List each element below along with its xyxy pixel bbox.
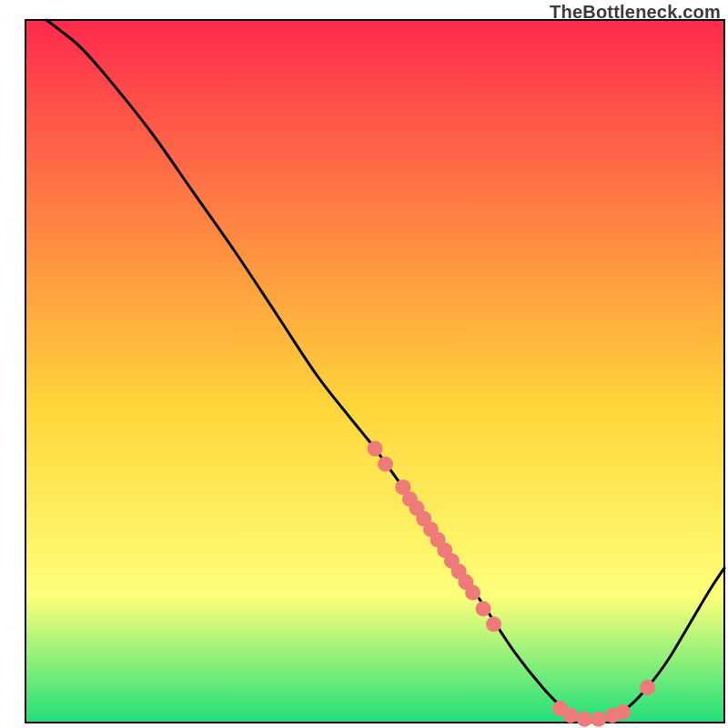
chart-background	[25, 20, 724, 723]
data-point	[577, 712, 592, 727]
data-point	[591, 712, 606, 727]
watermark-text: TheBottleneck.com	[550, 2, 721, 23]
data-point	[615, 704, 631, 720]
data-point	[378, 456, 393, 471]
data-point	[465, 585, 480, 601]
data-point	[640, 680, 655, 695]
data-point	[368, 440, 383, 456]
data-point	[563, 708, 579, 723]
data-point	[476, 601, 491, 616]
data-point	[486, 616, 501, 632]
bottleneck-chart	[0, 0, 728, 728]
chart-container: TheBottleneck.com	[0, 0, 728, 728]
